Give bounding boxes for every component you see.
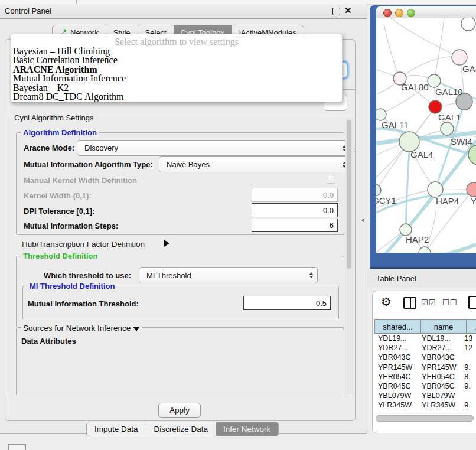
tab-infer-network[interactable]: Infer Network [216, 422, 278, 436]
table-body: YDL19...YDL19...13YDR27...YDR27...12YBR0… [374, 334, 476, 410]
node-label: GAL10 [435, 87, 463, 97]
node-label: GCY1 [376, 195, 396, 206]
dropdown-item[interactable]: Dream8 DC_TDC Algorithm [13, 92, 340, 101]
table-cell [461, 391, 476, 400]
network-node[interactable] [452, 50, 467, 65]
table-cell: YER054C [374, 372, 418, 381]
table-panel: ⚙ ☑☑ ☐☐ shared...nameA YDL19...YDL19...1… [372, 291, 476, 433]
network-edge [384, 24, 400, 79]
algorithm-dropdown-popup: Select algorithm to view settings Bayesi… [11, 34, 343, 102]
minimize-button[interactable] [395, 9, 403, 17]
export-table-icon[interactable] [468, 296, 476, 309]
network-node[interactable] [419, 247, 431, 253]
threshold-definition-group: Threshold Definition Which threshold to … [16, 256, 344, 328]
table-cell: YBL079W [418, 391, 461, 400]
threshold-definition-title: Threshold Definition [21, 252, 99, 260]
dropdown-item[interactable]: ARACNE Algorithm [13, 65, 340, 74]
table-row[interactable]: YIL052CYIL052C9 [374, 410, 476, 411]
kernel-width-field: 0.0 [252, 188, 338, 202]
network-node[interactable] [428, 74, 441, 87]
network-node[interactable] [429, 100, 442, 113]
apply-button[interactable]: Apply [158, 403, 201, 418]
table-row[interactable]: YDL19...YDL19...13 [374, 334, 476, 343]
tab-impute-data[interactable]: Impute Data [87, 422, 146, 436]
mi-type-select[interactable]: Naive Bayes [159, 156, 351, 172]
table-horizontal-scrollbar [375, 415, 476, 422]
table-cell: YBR045C [418, 381, 461, 391]
network-node[interactable] [441, 122, 454, 135]
node-label: GAL80 [401, 82, 429, 92]
mi-threshold-field[interactable]: 0.5 [243, 296, 331, 310]
dropdown-item[interactable]: Mutual Information Inference [13, 74, 340, 83]
hub-definition-toggle[interactable]: Hub/Transcription Factor Definition [22, 240, 145, 249]
table-row[interactable]: YPR145WYPR145W9. [374, 363, 476, 372]
mi-steps-field[interactable]: 6 [252, 219, 338, 232]
mi-type-label: Mutual Information Algorithm Type: [24, 160, 153, 169]
float-icon[interactable] [332, 8, 340, 15]
table-row[interactable]: YER054CYER054C8. [374, 372, 476, 381]
close-icon[interactable]: ✕ [344, 5, 352, 16]
which-threshold-select[interactable]: MI Threshold [139, 267, 318, 283]
dropdown-item[interactable]: Bayesian – Hill Climbing [13, 47, 340, 56]
table-cell: YER054C [418, 372, 461, 381]
tab-discretize-data[interactable]: Discretize Data [146, 422, 216, 436]
dropdown-item[interactable]: Basic Correlation Inference [13, 56, 340, 64]
network-node[interactable] [400, 224, 412, 236]
table-row[interactable]: YBL079WYBL079W [374, 391, 476, 400]
combo-arrows-icon [309, 272, 313, 278]
bottom-tabs: Impute DataDiscretize DataInfer Network [86, 422, 279, 436]
select-all-checks-icon[interactable]: ☑☑ [421, 298, 436, 307]
panel-divider-handle-icon[interactable] [361, 218, 364, 223]
network-edge [400, 57, 459, 79]
deselect-all-checks-icon[interactable]: ☐☐ [442, 298, 457, 307]
scrollbar-thumb[interactable] [376, 415, 474, 422]
table-row[interactable]: YLR345WYLR345W9. [374, 400, 476, 410]
table-cell: YLR345W [418, 400, 461, 410]
network-node[interactable] [461, 18, 475, 31]
mi-threshold-definition-title: MI Threshold Definition [28, 282, 116, 291]
table-cell: 13 [461, 334, 476, 343]
network-view-window: GALGAL80GAL10GAL1SWI4GAL11GAL4GCY1HAP4YH… [370, 5, 476, 269]
columns-icon[interactable] [403, 297, 416, 309]
aracne-mode-select[interactable]: Discovery [77, 140, 351, 156]
expand-right-icon[interactable] [164, 240, 169, 247]
dpi-tolerance-label: DPI Tolerance [0,1]: [24, 207, 94, 216]
node-label: HAP2 [406, 234, 429, 244]
settings-scrollbar [345, 119, 353, 394]
node-label: GAL1 [438, 112, 461, 122]
table-row[interactable]: YBR045CYBR045C9. [374, 381, 476, 391]
which-threshold-label: Which threshold to use: [44, 271, 131, 280]
table-cell: YPR145W [418, 363, 461, 372]
control-panel-title: Control Panel [5, 6, 51, 15]
table-row[interactable]: YBR043CYBR043C [374, 353, 476, 362]
network-node[interactable] [399, 132, 419, 152]
gear-icon[interactable]: ⚙ [381, 296, 392, 308]
table-cell: YDL19... [374, 334, 418, 343]
dpi-tolerance-field[interactable]: 0.0 [252, 203, 338, 217]
column-header[interactable]: A [467, 319, 476, 334]
node-label: Y [471, 196, 476, 206]
network-edge [406, 142, 410, 230]
network-node[interactable] [376, 109, 386, 120]
expand-down-icon [133, 327, 140, 331]
network-graph: GALGAL80GAL10GAL1SWI4GAL11GAL4GCY1HAP4YH… [376, 18, 476, 253]
zoom-button[interactable] [407, 9, 415, 17]
network-canvas[interactable]: GALGAL80GAL10GAL1SWI4GAL11GAL4GCY1HAP4YH… [376, 18, 476, 253]
table-cell: YBR045C [374, 381, 418, 391]
table-row[interactable]: YDR27...YDR27...12 [374, 343, 476, 353]
algorithm-definition-group: Algorithm Definition Aracne Mode: Discov… [16, 132, 344, 235]
network-node[interactable] [428, 182, 443, 197]
node-label: GAL4 [410, 149, 433, 159]
scrollbar-thumb[interactable] [347, 120, 351, 269]
node-label: GAL [462, 64, 476, 74]
column-header[interactable]: shared... [374, 319, 421, 334]
dropdown-item[interactable]: Bayesian – K2 [13, 83, 340, 92]
sources-group-title[interactable]: Sources for Network Inference [21, 324, 142, 332]
mi-threshold-label: Mutual Information Threshold: [28, 299, 139, 308]
column-header[interactable]: name [421, 319, 467, 334]
close-button[interactable] [383, 9, 392, 17]
network-window-titlebar [376, 6, 476, 18]
table-panel-bar: Table Panel [367, 269, 476, 288]
table-cell: YDR27... [418, 343, 461, 353]
network-node[interactable] [376, 184, 381, 196]
